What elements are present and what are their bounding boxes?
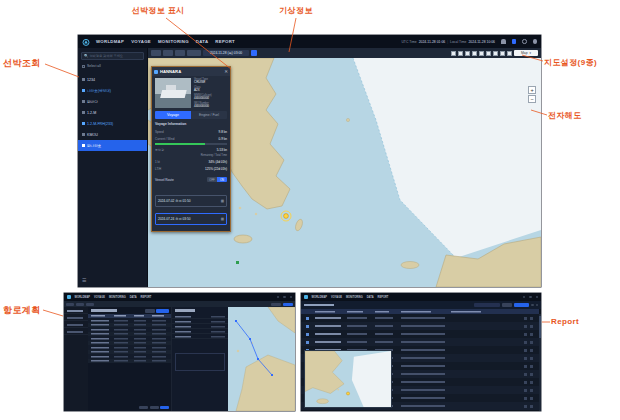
- report-row[interactable]: [301, 322, 539, 330]
- vessel-search-input[interactable]: [89, 54, 141, 58]
- menu-icon[interactable]: ☰: [82, 277, 86, 283]
- nav-item-worldmap[interactable]: WORLDMAP: [96, 39, 124, 44]
- map-setting-button-7[interactable]: [493, 51, 498, 56]
- gear-icon[interactable]: [529, 296, 532, 299]
- table-row[interactable]: [88, 359, 171, 364]
- route-map[interactable]: [228, 307, 295, 411]
- jeju-island: [234, 235, 252, 243]
- play-button[interactable]: [251, 50, 257, 56]
- detail-grid: [175, 353, 225, 371]
- toolbar-button[interactable]: [86, 303, 94, 306]
- nav-item[interactable]: WORLDMAP: [312, 296, 328, 299]
- checkbox-icon[interactable]: [82, 65, 85, 68]
- date-range-picker[interactable]: [474, 303, 500, 307]
- nav-item[interactable]: DATA: [367, 296, 374, 299]
- calendar-icon: ▦: [221, 217, 224, 221]
- select-all-label: Select all: [87, 64, 101, 68]
- sidebar-item[interactable]: [64, 321, 88, 328]
- report-map-inset[interactable]: [304, 350, 392, 408]
- main-top-nav: WORLDMAP VOYAGE MONITORING DATA REPORT U…: [78, 35, 541, 48]
- report-row[interactable]: [301, 330, 539, 338]
- toolbar-button[interactable]: [271, 303, 281, 306]
- vessel-list-item[interactable]: KMOU: [78, 129, 147, 140]
- user-icon[interactable]: [533, 39, 538, 44]
- weather-layer-button[interactable]: [163, 50, 173, 56]
- report-row[interactable]: [301, 338, 539, 346]
- reset-button[interactable]: [150, 406, 159, 410]
- weather-layer-button[interactable]: [151, 50, 161, 56]
- vessel-list: 1234 나라호(해양대) 한바다 1.2-M 1.2-M-FRH(233) K…: [78, 74, 147, 151]
- map-setting-button-5[interactable]: [479, 51, 484, 56]
- toolbar-button[interactable]: [283, 303, 293, 306]
- bell-icon[interactable]: [277, 296, 280, 299]
- weather-layer-button[interactable]: [187, 50, 201, 56]
- bell-icon[interactable]: [501, 39, 506, 44]
- tab-engine-fuel[interactable]: Engine / Fuel: [191, 111, 227, 119]
- vessel-marker-green[interactable]: [236, 261, 239, 264]
- sidebar-item[interactable]: [64, 314, 88, 321]
- search-button[interactable]: [514, 303, 529, 308]
- nav-item[interactable]: DATA: [130, 296, 137, 299]
- bell-icon[interactable]: [523, 296, 526, 299]
- nav-item-monitoring[interactable]: MONITORING: [158, 39, 189, 44]
- cancel-button[interactable]: [139, 406, 148, 410]
- user-icon[interactable]: [536, 296, 539, 299]
- nav-item[interactable]: MONITORING: [346, 296, 363, 299]
- nav-item[interactable]: VOYAGE: [94, 296, 105, 299]
- nav-item[interactable]: MONITORING: [109, 296, 126, 299]
- close-icon[interactable]: ✕: [224, 69, 228, 74]
- toolbar-button[interactable]: [76, 303, 84, 306]
- nav-item[interactable]: REPORT: [378, 296, 389, 299]
- tab-voyage[interactable]: Voyage: [155, 111, 191, 119]
- map-setting-button-4[interactable]: [472, 51, 477, 56]
- print-icon[interactable]: [536, 304, 539, 307]
- add-route-button[interactable]: [156, 309, 169, 313]
- nav-item[interactable]: REPORT: [141, 296, 152, 299]
- gear-icon[interactable]: [283, 296, 286, 299]
- gear-icon[interactable]: [522, 39, 527, 44]
- vessel-list-item[interactable]: 1234: [78, 74, 147, 85]
- apps-icon[interactable]: [512, 39, 517, 44]
- map-style-select[interactable]: Map▾: [514, 50, 538, 56]
- map-setting-button-6[interactable]: [486, 51, 491, 56]
- sidebar-item[interactable]: [64, 328, 88, 335]
- date-from-picker[interactable]: 2024-07-02 오전 01:50▦: [155, 195, 227, 207]
- filter-button[interactable]: [502, 303, 512, 307]
- vessel-icon: [82, 111, 85, 114]
- save-button[interactable]: [160, 406, 169, 410]
- vessel-list-item[interactable]: 1.2-M: [78, 107, 147, 118]
- user-icon[interactable]: [290, 296, 293, 299]
- vessel-list-item[interactable]: 나라호(해양대): [78, 85, 147, 96]
- map-setting-button-2[interactable]: [458, 51, 463, 56]
- vessel-list-item-selected[interactable]: 한나라호: [78, 140, 147, 151]
- select-all-row[interactable]: Select all: [82, 64, 101, 68]
- map-setting-button-1[interactable]: [451, 51, 456, 56]
- report-row[interactable]: [301, 314, 539, 322]
- weather-layer-button[interactable]: [175, 50, 185, 56]
- nav-item-voyage[interactable]: VOYAGE: [131, 39, 151, 44]
- nav-item[interactable]: WORLDMAP: [75, 296, 91, 299]
- selected-vessel-marker[interactable]: [284, 214, 289, 219]
- scrollbar-thumb[interactable]: [539, 316, 541, 338]
- nav-item-report[interactable]: REPORT: [215, 39, 235, 44]
- route-toggle[interactable]: OFF ON: [207, 177, 227, 182]
- annotation-vessel-search: 선박조회: [3, 57, 41, 70]
- route-plan-screenshot: WORLDMAP VOYAGE MONITORING DATA REPORT: [64, 293, 295, 411]
- map-setting-button-8[interactable]: [500, 51, 505, 56]
- vessel-list-item[interactable]: 한바다: [78, 96, 147, 107]
- zoom-out-button[interactable]: −: [528, 95, 536, 103]
- toolbar-button[interactable]: [66, 303, 74, 306]
- nav-item[interactable]: VOYAGE: [331, 296, 342, 299]
- sidebar-item[interactable]: [64, 307, 88, 314]
- weather-date-picker[interactable]: 2024-11-28 (목) 03:00: [203, 50, 249, 56]
- main-app-screenshot: WORLDMAP VOYAGE MONITORING DATA REPORT U…: [78, 35, 541, 287]
- nav-item-data[interactable]: DATA: [196, 39, 209, 44]
- map-setting-button-3[interactable]: [465, 51, 470, 56]
- zoom-in-button[interactable]: +: [528, 86, 536, 94]
- download-icon[interactable]: [531, 304, 534, 307]
- date-to-picker[interactable]: 2024-07-24 오전 03:50▦: [155, 213, 227, 225]
- panel-button[interactable]: [145, 309, 155, 313]
- map-setting-button-9[interactable]: [507, 51, 512, 56]
- vessel-list-item[interactable]: 1.2-M-FRH(233): [78, 118, 147, 129]
- scrollbar[interactable]: [539, 314, 541, 411]
